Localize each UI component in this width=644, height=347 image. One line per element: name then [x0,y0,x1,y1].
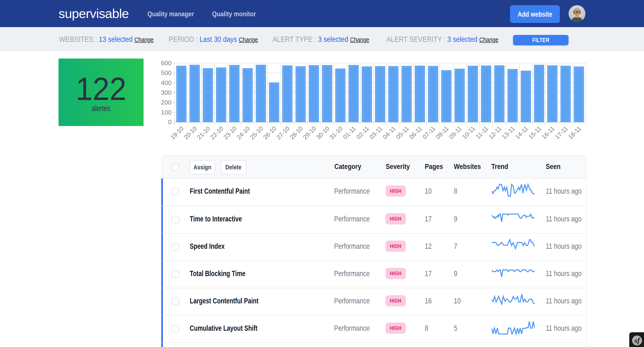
svg-text:03-11: 03-11 [368,125,384,140]
svg-text:04-11: 04-11 [382,125,397,140]
svg-text:500: 500 [161,70,172,76]
svg-text:21-10: 21-10 [196,125,212,141]
svg-text:sf: sf [634,336,640,344]
svg-text:22-10: 22-10 [209,125,225,141]
svg-text:400: 400 [161,80,172,86]
svg-text:16-11: 16-11 [540,125,556,140]
svg-text:24-10: 24-10 [236,125,251,141]
svg-text:05-11: 05-11 [395,125,410,140]
svg-text:0: 0 [168,119,172,126]
svg-text:13-11: 13-11 [501,125,516,140]
svg-text:29-10: 29-10 [302,125,318,141]
svg-text:10-11: 10-11 [461,125,476,140]
svg-text:11-11: 11-11 [474,125,490,140]
svg-text:19-10: 19-10 [169,125,185,141]
svg-text:20-10: 20-10 [182,125,198,141]
svg-text:17-11: 17-11 [554,125,569,140]
svg-text:08-11: 08-11 [434,125,450,140]
svg-text:23-10: 23-10 [222,125,238,141]
svg-text:31-10: 31-10 [328,125,344,141]
svg-text:01-11: 01-11 [342,125,357,140]
svg-text:18-11: 18-11 [567,125,582,140]
svg-text:14-11: 14-11 [514,125,529,140]
svg-text:07-11: 07-11 [421,125,437,140]
svg-text:100: 100 [161,109,172,116]
svg-text:25-10: 25-10 [249,125,264,141]
svg-text:27-10: 27-10 [275,125,291,141]
svg-text:09-11: 09-11 [448,125,463,140]
svg-text:200: 200 [161,99,172,106]
svg-text:600: 600 [161,60,172,66]
svg-text:300: 300 [161,89,172,96]
svg-text:28-10: 28-10 [288,125,304,141]
svg-text:12-11: 12-11 [488,125,503,140]
svg-text:30-10: 30-10 [315,125,331,141]
svg-text:02-11: 02-11 [355,125,370,140]
svg-text:06-11: 06-11 [408,125,423,140]
svg-text:15-11: 15-11 [527,125,542,140]
svg-text:26-10: 26-10 [262,125,278,141]
